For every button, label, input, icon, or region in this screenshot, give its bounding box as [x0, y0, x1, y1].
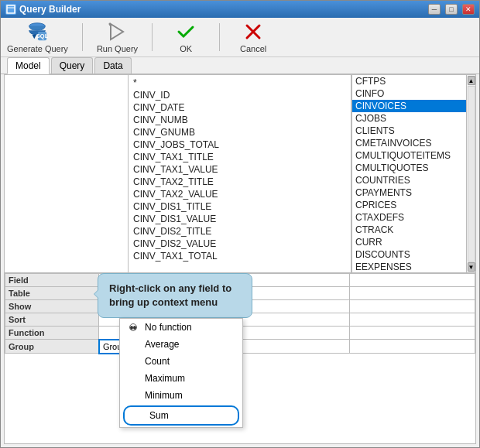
dropdown-no-function-wrap: No function [120, 319, 242, 336]
column-item[interactable]: CINV_TAX1_TITLE [129, 151, 351, 163]
table-item[interactable]: CTRACK [352, 224, 466, 236]
column-item[interactable]: CINV_TAX1_VALUE [129, 163, 351, 176]
svg-rect-0 [7, 5, 15, 13]
cancel-label: Cancel [240, 44, 266, 53]
column-item[interactable]: CINV_TAX2_VALUE [129, 188, 351, 200]
svg-marker-6 [111, 24, 123, 39]
grid-cell-group-2[interactable] [225, 340, 350, 354]
column-item[interactable]: CINV_DIS2_TITLE [129, 225, 351, 238]
tab-data[interactable]: Data [94, 57, 131, 74]
column-item[interactable]: CINV_DIS2_VALUE [129, 238, 351, 250]
row-label-field: Field [5, 274, 99, 287]
grid-cell-function-3[interactable] [350, 327, 475, 340]
column-item[interactable]: CINV_GNUMB [129, 126, 351, 139]
table-item[interactable]: CFTPS [352, 75, 466, 87]
column-item[interactable]: CINV_ID [129, 89, 351, 101]
toolbar: SQL Generate Query Run Query [1, 18, 479, 57]
close-button[interactable]: ✕ [462, 4, 475, 15]
dropdown-count[interactable]: Count [120, 353, 242, 370]
tooltip-text: Right-click on any field to bring up con… [109, 282, 231, 308]
row-label-group: Group [5, 340, 99, 354]
tab-model[interactable]: Model [7, 57, 50, 74]
grid-cell-function-2[interactable] [225, 327, 350, 340]
grid-section: Field CLIENT_ID CINV Table CINVOICES CIN… [5, 273, 475, 443]
dropdown-menu: No function Average Count Maximum Minimu… [119, 318, 243, 428]
grid-cell-table-3[interactable] [350, 287, 475, 300]
ok-label: OK [180, 44, 192, 53]
column-item[interactable]: CINV_DATE [129, 101, 351, 114]
tables-scrollbar[interactable]: ▲ ▼ [466, 75, 475, 272]
minimize-button[interactable]: ─ [428, 4, 441, 15]
table-item[interactable]: CINFO [352, 87, 466, 100]
column-item[interactable]: CINV_DIS1_VALUE [129, 213, 351, 225]
column-item[interactable]: CINV_TAX1_TOTAL [129, 250, 351, 262]
left-pane [5, 75, 129, 272]
table-item[interactable]: CMULTIQUOTES [352, 162, 466, 174]
query-builder-window: Query Builder ─ □ ✕ SQL Generate Query [0, 0, 480, 448]
row-label-function: Function [5, 327, 99, 340]
content-area: * CINV_ID CINV_DATE CINV_NUMB CINV_GNUMB… [4, 74, 476, 444]
grid-cell-field-3[interactable] [350, 274, 475, 287]
toolbar-sep-3 [219, 23, 220, 51]
generate-query-label: Generate Query [7, 44, 68, 53]
dropdown-average-label: Average [145, 339, 179, 350]
tooltip-bubble: Right-click on any field to bring up con… [98, 273, 252, 318]
run-query-label: Run Query [97, 44, 138, 53]
grid-cell-show-3[interactable] [350, 300, 475, 313]
radio-no-function [129, 323, 137, 331]
dropdown-sum[interactable]: Sum [123, 405, 239, 426]
column-item[interactable]: CINV_TAX2_TITLE [129, 176, 351, 188]
main-top-section: * CINV_ID CINV_DATE CINV_NUMB CINV_GNUMB… [5, 75, 475, 273]
grid-cell-group-3[interactable] [350, 340, 475, 354]
table-item[interactable]: DISCOUNTS [352, 248, 466, 261]
table-item[interactable]: CPAYMENTS [352, 186, 466, 199]
table-item[interactable]: CPRICES [352, 199, 466, 211]
tables-pane[interactable]: CFTPS CINFO CINVOICES CJOBS CLIENTS CMET… [352, 75, 466, 272]
tabs-bar: Model Query Data [1, 57, 479, 74]
generate-query-button[interactable]: SQL Generate Query [7, 21, 68, 53]
table-item[interactable]: CTAXDEFS [352, 211, 466, 224]
table-item[interactable]: CMETAINVOICES [352, 137, 466, 149]
run-query-button[interactable]: Run Query [97, 21, 138, 53]
dropdown-minimum-label: Minimum [145, 390, 183, 401]
column-item[interactable]: CINV_NUMB [129, 114, 351, 126]
toolbar-sep-1 [82, 23, 83, 51]
column-item[interactable]: CINV_DIS1_TITLE [129, 200, 351, 213]
table-item[interactable]: CJOBS [352, 112, 466, 125]
dropdown-average[interactable]: Average [120, 336, 242, 353]
cancel-button[interactable]: Cancel [234, 21, 273, 53]
table-item[interactable]: COUNTRIES [352, 174, 466, 186]
title-bar: Query Builder ─ □ ✕ [1, 1, 479, 18]
table-item-cinvoices[interactable]: CINVOICES [352, 100, 466, 112]
table-item[interactable]: EEXPENSES [352, 261, 466, 272]
cancel-icon [242, 21, 264, 43]
window-title: Query Builder [19, 4, 423, 15]
tab-query[interactable]: Query [51, 57, 94, 74]
columns-pane[interactable]: * CINV_ID CINV_DATE CINV_NUMB CINV_GNUMB… [129, 75, 351, 272]
row-label-sort: Sort [5, 313, 99, 327]
grid-cell-sort-3[interactable] [350, 313, 475, 327]
ok-button[interactable]: OK [166, 21, 205, 53]
window-icon [5, 4, 16, 15]
table-item[interactable]: CMULTIQUOTEITEMS [352, 149, 466, 162]
generate-query-icon: SQL [26, 21, 48, 43]
ok-icon [175, 21, 197, 43]
dropdown-no-function[interactable]: No function [120, 319, 242, 336]
run-query-icon [106, 21, 128, 43]
dropdown-maximum-label: Maximum [145, 373, 185, 384]
table-item[interactable]: CURR [352, 236, 466, 248]
dropdown-maximum[interactable]: Maximum [120, 370, 242, 387]
row-label-table: Table [5, 287, 99, 300]
maximize-button[interactable]: □ [445, 4, 458, 15]
dropdown-count-label: Count [145, 356, 170, 367]
dropdown-minimum[interactable]: Minimum [120, 387, 242, 404]
svg-text:SQL: SQL [36, 32, 48, 39]
toolbar-sep-2 [152, 23, 153, 51]
row-label-show: Show [5, 300, 99, 313]
column-item[interactable]: CINV_JOBS_TOTAL [129, 139, 351, 151]
dropdown-no-function-label: No function [145, 322, 192, 333]
dropdown-sum-label: Sum [149, 410, 169, 421]
column-star: * [129, 77, 351, 89]
table-item[interactable]: CLIENTS [352, 125, 466, 137]
